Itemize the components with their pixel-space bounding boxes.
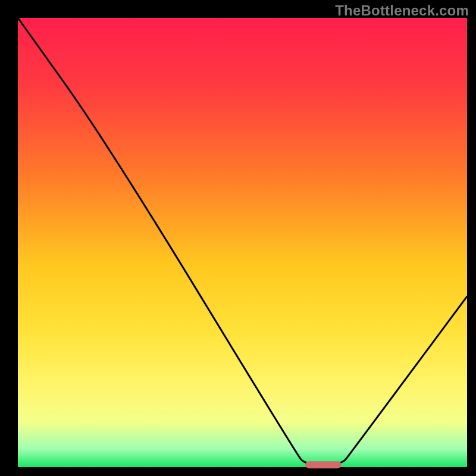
gradient-background	[18, 18, 467, 467]
watermark-text: TheBottleneck.com	[335, 2, 469, 19]
bottleneck-chart	[0, 0, 476, 476]
chart-frame: TheBottleneck.com	[0, 0, 476, 476]
optimum-marker	[305, 461, 341, 468]
